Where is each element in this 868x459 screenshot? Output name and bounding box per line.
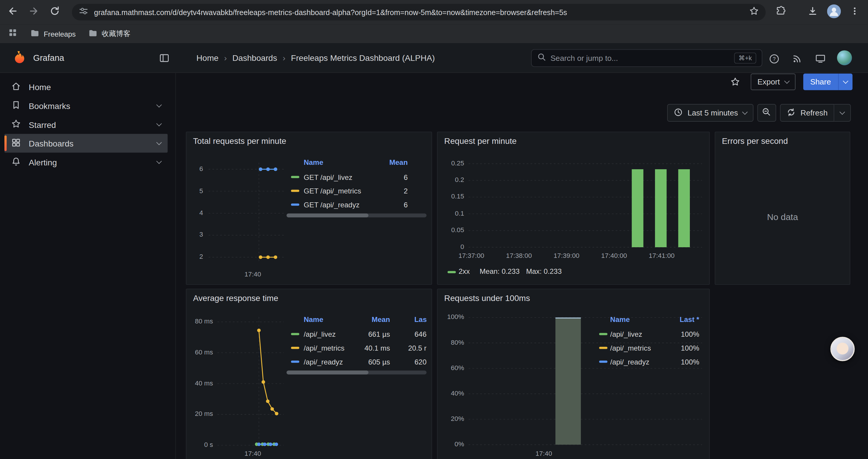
mega-menu-toggle-button[interactable] [159, 53, 169, 66]
apps-shortcut-button[interactable] [8, 28, 18, 40]
y-tick-label: 0.25 [438, 159, 464, 167]
url-text[interactable]: grafana.mathmast.com/d/deytv4rwavabkb/fr… [94, 8, 743, 16]
panel-body: Request per minute 0.250.20.150.10.05017… [438, 132, 709, 285]
reload-button[interactable] [48, 5, 62, 20]
profile-button[interactable] [827, 5, 841, 20]
bookmark-icon [11, 100, 21, 111]
y-tick-label: 20% [438, 415, 464, 422]
time-range-picker[interactable]: Last 5 minutes [667, 104, 753, 122]
sidebar-item-dashboards[interactable]: Dashboards [4, 134, 167, 153]
kiosk-monitor-button[interactable] [814, 53, 826, 65]
x-tick-label: 17:40 [524, 450, 563, 457]
share-button[interactable]: Share [803, 73, 838, 90]
legend-series-name[interactable]: 2xx [459, 264, 470, 278]
share-menu-caret[interactable] [838, 73, 852, 90]
refresh-button[interactable]: Refresh [780, 104, 834, 122]
chart-canvas[interactable] [438, 132, 710, 285]
bar[interactable] [655, 169, 666, 247]
legend-scrollbar-thumb[interactable] [286, 371, 368, 374]
browser-menu-button[interactable] [848, 5, 862, 20]
legend-series-name[interactable]: /api/_livez [610, 328, 642, 341]
search-icon [537, 53, 546, 64]
refresh-interval-caret[interactable] [834, 104, 851, 122]
chevron-down-icon[interactable] [156, 102, 162, 107]
news-rss-button[interactable] [791, 53, 803, 65]
x-tick-label: 17:38:00 [500, 252, 538, 259]
panel-body: Errors per second No data [715, 132, 850, 285]
panel-title[interactable]: Total requests per minute [193, 136, 286, 145]
floating-assistant-avatar[interactable] [831, 337, 855, 361]
bar[interactable] [555, 318, 581, 445]
bar[interactable] [632, 169, 643, 247]
search-input[interactable] [550, 54, 730, 63]
panel-body: Requests under 100ms 100%80%60%40%20%0%1… [438, 289, 709, 459]
y-tick-label: 80 ms [186, 318, 213, 325]
zoom-out-icon [762, 107, 771, 118]
favorite-dashboard-button[interactable] [728, 74, 743, 90]
chevron-down-icon[interactable] [156, 158, 162, 164]
search-box[interactable]: ⌘+k [531, 49, 763, 67]
refresh-label: Refresh [800, 108, 828, 117]
y-tick-label: 0.2 [438, 176, 464, 184]
star-icon [11, 119, 21, 130]
site-settings-icon[interactable] [79, 6, 89, 18]
y-tick-label: 0 s [186, 441, 213, 448]
bookmark-star-icon[interactable] [749, 6, 759, 18]
folder-icon [88, 28, 98, 40]
chevron-down-icon [742, 109, 748, 114]
extensions-button[interactable] [773, 5, 788, 20]
folder-icon [30, 28, 40, 40]
zoom-out-button[interactable] [757, 104, 776, 122]
bell-icon [11, 156, 21, 168]
grafana-logo[interactable] [12, 50, 27, 67]
bookmark-folder-blogs[interactable]: 收藏博客 [88, 28, 130, 40]
user-avatar[interactable] [837, 50, 852, 65]
help-button[interactable]: ? [768, 53, 780, 65]
browser-window: grafana.mathmast.com/d/deytv4rwavabkb/fr… [0, 0, 868, 459]
legend-header[interactable]: Last * [639, 315, 699, 324]
y-tick-label: 4 [186, 209, 203, 217]
address-bar[interactable]: grafana.mathmast.com/d/deytv4rwavabkb/fr… [72, 4, 766, 21]
sidebar-item-label: Bookmarks [29, 101, 70, 110]
legend-header[interactable]: Name [610, 315, 629, 324]
legend-header[interactable]: Name [304, 315, 323, 324]
legend-header[interactable]: Name [304, 158, 323, 167]
legend-header[interactable]: Las [414, 315, 427, 324]
sidebar-item-label: Alerting [29, 157, 57, 167]
breadcrumb-separator: › [277, 53, 291, 63]
breadcrumb-home[interactable]: Home [196, 53, 219, 63]
chevron-down-icon[interactable] [156, 121, 162, 126]
forward-icon [28, 6, 39, 19]
bookmark-folder-freeleaps[interactable]: Freeleaps [30, 28, 75, 40]
y-tick-label: 2 [186, 253, 203, 261]
legend-header[interactable]: Mean [329, 315, 390, 324]
sidebar-item-bookmarks[interactable]: Bookmarks [4, 96, 167, 115]
back-button[interactable] [6, 5, 20, 20]
sidebar-item-starred[interactable]: Starred [4, 115, 167, 134]
sidebar-item-home[interactable]: Home [4, 77, 167, 96]
bar[interactable] [678, 169, 690, 247]
chevron-down-icon[interactable] [156, 139, 162, 145]
x-tick-label: 17:40:00 [595, 252, 633, 259]
legend-scrollbar-thumb[interactable] [286, 214, 368, 218]
panel-title[interactable]: Average response time [193, 293, 278, 302]
legend-mean-value: 6 [347, 170, 408, 184]
panel-title[interactable]: Errors per second [722, 136, 788, 145]
legend-series-swatch [291, 190, 299, 192]
grafana-brand-title: Grafana [33, 53, 64, 63]
legend-last-value: 620 [366, 355, 427, 369]
breadcrumb-dashboards[interactable]: Dashboards [232, 53, 277, 63]
panel-title[interactable]: Request per minute [444, 136, 517, 145]
export-button[interactable]: Export [751, 73, 795, 90]
legend-series-swatch [291, 361, 299, 363]
y-tick-label: 6 [186, 165, 203, 172]
panel-title[interactable]: Requests under 100ms [444, 293, 530, 302]
y-tick-label: 0.15 [438, 193, 464, 200]
y-tick-label: 80% [438, 338, 464, 346]
legend-series-swatch [291, 176, 299, 178]
forward-button[interactable] [27, 5, 41, 20]
legend-series-name[interactable]: GET /api/_livez [304, 170, 352, 184]
sidebar-item-alerting[interactable]: Alerting [4, 153, 167, 172]
downloads-button[interactable] [805, 5, 820, 20]
legend-header[interactable]: Mean [347, 158, 408, 167]
